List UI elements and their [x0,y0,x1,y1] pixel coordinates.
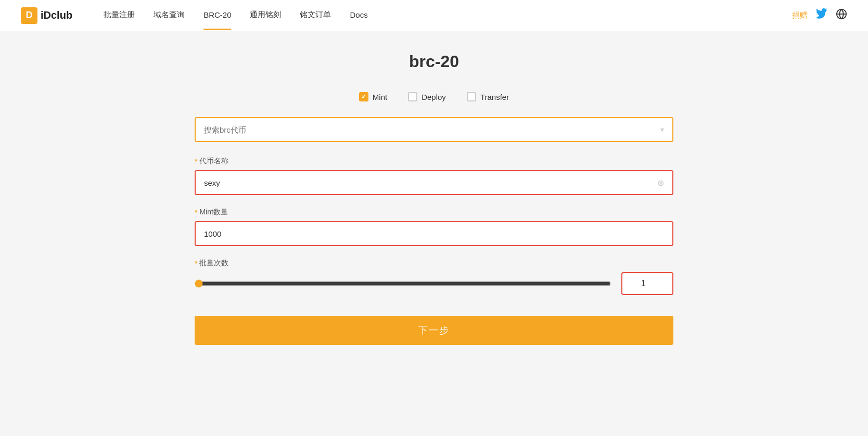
mint-amount-label: * Mint数量 [195,208,673,217]
main-nav: 批量注册 域名查询 BRC-20 通用铭刻 铭文订单 Docs [104,1,792,31]
main-content: brc-20 Mint Deploy Transfer ▾ * 代币名称 [184,31,684,366]
slider-container [195,278,611,289]
token-name-input-wrap: ⊗ [195,170,673,195]
twitter-icon[interactable] [816,8,827,22]
batch-times-label: * 批量次数 [195,259,673,268]
batch-times-field-group: * 批量次数 [195,259,673,295]
chevron-down-icon: ▾ [660,125,664,134]
search-input[interactable] [204,125,660,134]
batch-times-required: * [195,259,197,267]
donate-link[interactable]: 捐赠 [792,10,808,20]
batch-times-slider-row [195,272,673,295]
mint-amount-required: * [195,208,197,216]
batch-times-slider[interactable] [195,279,611,288]
logo[interactable]: D iDclub [21,7,72,24]
transfer-label: Transfer [480,93,509,101]
token-name-label: * 代币名称 [195,157,673,166]
nav-item-domain-query[interactable]: 域名查询 [154,1,185,31]
logo-text: iDclub [41,9,72,21]
nav-item-batch-register[interactable]: 批量注册 [104,1,135,31]
nav-item-inscription-orders[interactable]: 铭文订单 [300,1,331,31]
header: D iDclub 批量注册 域名查询 BRC-20 通用铭刻 铭文订单 Docs… [0,0,868,31]
op-type-mint[interactable]: Mint [359,92,387,101]
form-area: ▾ * 代币名称 ⊗ * Mint数量 * [195,117,673,345]
transfer-checkbox[interactable] [467,92,476,101]
token-name-required: * [195,157,197,165]
next-button[interactable]: 下一步 [195,316,673,345]
search-select[interactable]: ▾ [195,117,673,142]
globe-icon[interactable] [836,8,847,22]
op-type-deploy[interactable]: Deploy [408,92,446,101]
token-name-input[interactable] [204,178,657,187]
operation-type-selector: Mint Deploy Transfer [195,92,673,101]
deploy-label: Deploy [422,93,446,101]
mint-amount-input[interactable] [204,229,664,238]
op-type-transfer[interactable]: Transfer [467,92,509,101]
page-title: brc-20 [195,52,673,71]
mint-amount-input-wrap [195,221,673,246]
batch-times-number-input[interactable] [622,279,672,288]
mint-label: Mint [373,93,387,101]
deploy-checkbox[interactable] [408,92,417,101]
mint-checkbox[interactable] [359,92,368,101]
nav-item-docs[interactable]: Docs [350,1,367,30]
header-right: 捐赠 [792,8,847,22]
clear-token-name-icon[interactable]: ⊗ [657,178,664,188]
token-name-field-group: * 代币名称 ⊗ [195,157,673,195]
mint-amount-field-group: * Mint数量 [195,208,673,246]
nav-item-universal-inscribe[interactable]: 通用铭刻 [250,1,281,31]
logo-icon: D [21,7,37,24]
batch-times-number-input-wrap [621,272,673,295]
nav-item-brc20[interactable]: BRC-20 [203,1,231,30]
